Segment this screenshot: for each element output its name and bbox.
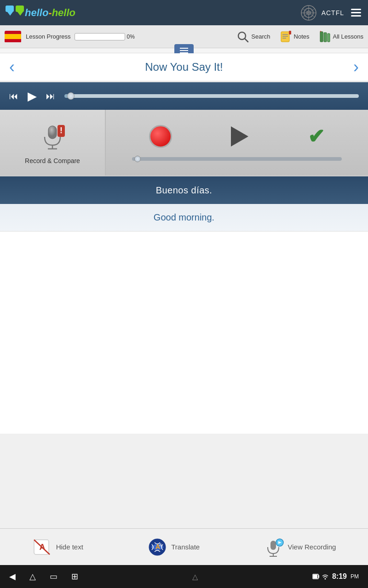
translate-icon: A a <box>147 537 167 557</box>
lesson-title-area: ‹ Now You Say It! › <box>0 53 368 81</box>
playback-button[interactable] <box>231 126 248 147</box>
language-flag <box>5 31 21 43</box>
view-recording-icon <box>264 537 284 557</box>
notes-nav-item[interactable]: Notes <box>280 31 310 43</box>
record-button[interactable] <box>149 125 172 148</box>
ampm-display: PM <box>351 573 359 580</box>
search-nav-item[interactable]: Search <box>237 31 270 43</box>
audio-progress-slider[interactable] <box>64 94 359 98</box>
time-display: 8:19 <box>332 572 347 581</box>
microphone-icon: ! <box>36 121 69 153</box>
svg-text:!: ! <box>60 126 63 135</box>
logo-icon <box>5 4 25 22</box>
translate-label: Translate <box>171 543 200 551</box>
recent-apps-button[interactable]: ▭ <box>50 571 58 582</box>
svg-rect-19 <box>324 33 327 42</box>
bottom-toolbar: A Hide text A a Translate View Recording <box>0 528 368 565</box>
back-button[interactable]: ◀ <box>9 571 16 582</box>
prev-lesson-button[interactable]: ‹ <box>9 57 15 77</box>
record-circle <box>149 125 172 148</box>
status-center: △ <box>192 572 198 581</box>
confirm-button[interactable]: ✔ <box>308 126 325 147</box>
search-label: Search <box>251 33 270 40</box>
wifi-icon <box>322 573 328 580</box>
main-content-area <box>0 232 368 434</box>
svg-rect-1 <box>16 6 24 12</box>
all-lessons-label: All Lessons <box>333 33 363 40</box>
record-section: ! Record & Compare ✔ <box>0 110 368 176</box>
top-right-nav: ACTFL <box>300 5 363 21</box>
search-icon <box>237 31 249 43</box>
audio-slider-thumb <box>67 92 75 100</box>
phrase-text: Buenos días. <box>156 185 213 196</box>
android-nav-buttons: ◀ △ ▭ ⊞ <box>9 571 78 582</box>
header-nav-icons: Search Notes All Lessons <box>237 31 363 43</box>
lesson-progress-label: Lesson Progress <box>26 33 71 40</box>
hide-text-item[interactable]: A Hide text <box>32 537 83 557</box>
app-logo: hello - hello <box>5 4 75 22</box>
svg-marker-21 <box>320 31 322 32</box>
all-lessons-icon <box>319 31 331 43</box>
svg-rect-40 <box>318 575 319 578</box>
battery-icon <box>312 573 320 580</box>
logo-dash: - <box>48 7 52 19</box>
next-lesson-button[interactable]: › <box>353 57 359 77</box>
progress-track <box>75 33 125 40</box>
record-compare-panel[interactable]: ! Record & Compare <box>0 110 106 175</box>
record-slider-thumb <box>134 156 141 162</box>
logo-text-1: hello <box>25 7 48 19</box>
svg-rect-34 <box>270 541 276 550</box>
status-bar: 8:19 PM <box>312 572 359 581</box>
skip-fwd-button[interactable]: ⏭ <box>46 91 55 102</box>
skip-back-button[interactable]: ⏮ <box>9 91 18 102</box>
nav-center-icon: △ <box>192 572 198 581</box>
svg-text:a: a <box>159 542 162 547</box>
status-icons <box>312 573 328 580</box>
notes-label: Notes <box>294 33 310 40</box>
record-buttons: ✔ <box>106 125 368 148</box>
svg-rect-41 <box>313 575 317 578</box>
skip-back-icon: ⏮ <box>9 91 18 101</box>
translate-item[interactable]: A a Translate <box>147 537 200 557</box>
menu-apps-button[interactable]: ⊞ <box>71 571 78 582</box>
play-icon: ▶ <box>28 89 37 103</box>
svg-point-42 <box>324 578 326 580</box>
actfl-icon <box>300 5 317 21</box>
svg-rect-18 <box>320 32 323 42</box>
svg-rect-13 <box>281 32 289 42</box>
actfl-label: ACTFL <box>322 9 344 17</box>
menu-button[interactable] <box>349 6 363 19</box>
translation-panel: Good morning. <box>0 204 368 232</box>
skip-fwd-icon: ⏭ <box>46 91 55 101</box>
view-recording-item[interactable]: View Recording <box>264 537 336 557</box>
record-progress-slider[interactable] <box>132 157 342 161</box>
svg-marker-3 <box>17 12 23 16</box>
record-controls-panel: ✔ <box>106 110 368 175</box>
svg-rect-17 <box>289 31 291 34</box>
checkmark-icon: ✔ <box>308 125 325 147</box>
progress-value: 0% <box>127 34 135 40</box>
svg-marker-2 <box>7 12 13 16</box>
lesson-title: Now You Say It! <box>145 61 223 74</box>
section-menu-bar <box>0 48 368 53</box>
hide-text-icon: A <box>32 537 52 557</box>
svg-rect-23 <box>48 126 57 139</box>
notes-icon <box>280 31 292 43</box>
svg-rect-0 <box>6 6 14 12</box>
play-button[interactable]: ▶ <box>28 89 37 103</box>
audio-player: ⏮ ▶ ⏭ <box>0 82 368 110</box>
android-nav-bar: ◀ △ ▭ ⊞ △ 8:19 PM <box>0 565 368 588</box>
svg-rect-20 <box>328 34 330 42</box>
logo-text-2: hello <box>52 7 75 19</box>
phrase-panel: Buenos días. <box>0 176 368 204</box>
all-lessons-nav-item[interactable]: All Lessons <box>319 31 363 43</box>
home-button[interactable]: △ <box>29 571 36 582</box>
record-compare-label: Record & Compare <box>25 157 80 164</box>
playback-triangle <box>231 126 248 147</box>
translation-text: Good morning. <box>154 212 214 223</box>
svg-line-12 <box>245 39 248 42</box>
hide-text-label: Hide text <box>56 543 83 551</box>
view-recording-label: View Recording <box>288 543 336 551</box>
top-bar: hello - hello ACTFL <box>0 0 368 25</box>
